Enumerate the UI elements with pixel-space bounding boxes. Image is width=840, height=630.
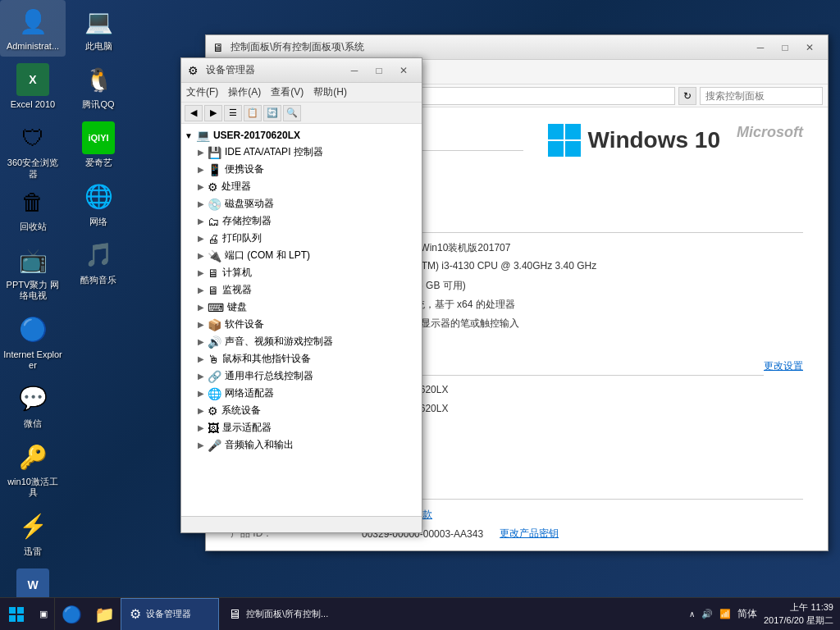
- taskbar-devmgr[interactable]: ⚙ 设备管理器: [121, 598, 219, 631]
- desktop-icon-thunder[interactable]: ⚡ 迅雷: [0, 505, 66, 562]
- pinned-ie[interactable]: 🔵: [55, 598, 88, 631]
- devmgr-statusbar: [181, 516, 422, 532]
- tree-item-keyboard[interactable]: ▶ ⌨ 键盘: [185, 299, 418, 316]
- tb-update[interactable]: 🔄: [263, 105, 281, 121]
- devmgr-toolbar: ◀ ▶ ☰ 📋 🔄 🔍: [181, 103, 422, 124]
- tb-back[interactable]: ◀: [185, 105, 203, 121]
- desktop: 👤 Administrat... X Excel 2010 🛡 360安全浏览器…: [0, 0, 840, 630]
- desktop-icon-recycle[interactable]: 🗑 回收站: [0, 180, 66, 237]
- system-tray: ∧ 🔊 📶 简体 上午 11:39 2017/6/20 星期二: [682, 598, 840, 631]
- pinned-icons: 🔵 📁: [55, 598, 121, 631]
- tb-show-all[interactable]: ☰: [224, 105, 242, 121]
- devmgr-icon: ⚙: [188, 64, 201, 77]
- svg-rect-2: [9, 615, 16, 622]
- windows-logo-text: Windows 10: [587, 127, 720, 153]
- tree-root[interactable]: ▼ 💻 USER-20170620LX: [185, 127, 418, 144]
- tree-item-audio[interactable]: ▶ 🎤 音频输入和输出: [185, 436, 418, 454]
- change-product-link[interactable]: 更改产品密钥: [500, 527, 559, 541]
- minimize-button[interactable]: ─: [749, 39, 772, 57]
- device-manager-window: ⚙ 设备管理器 ─ □ ✕ 文件(F) 操作(A) 查看(V) 帮助(H) ◀ …: [180, 57, 422, 533]
- tree-item-processor[interactable]: ▶ ⚙ 处理器: [185, 178, 418, 195]
- devmgr-maximize[interactable]: □: [368, 62, 390, 80]
- tree-item-display[interactable]: ▶ 🖼 显示适配器: [185, 419, 418, 436]
- search-input[interactable]: [700, 87, 823, 105]
- device-tree[interactable]: ▼ 💻 USER-20170620LX ▶ 💾 IDE ATA/ATAPI 控制…: [181, 124, 422, 516]
- taskbar: ▣ 🔵 📁 ⚙ 设备管理器 🖥 控制面板\所有控制... ∧ 🔊 📶 简体 上午…: [0, 597, 840, 630]
- tray-lang[interactable]: 简体: [737, 607, 757, 621]
- desktop-icon-win10activation[interactable]: 🔑 win10激活工具: [0, 436, 66, 503]
- desktop-icon-pptv[interactable]: 📺 PPTV聚力 网络电视: [0, 239, 66, 306]
- tree-item-port[interactable]: ▶ 🔌 端口 (COM 和 LPT): [185, 247, 418, 264]
- devmgr-task-label: 设备管理器: [146, 608, 191, 620]
- microsoft-logo: Microsoft: [737, 124, 803, 141]
- refresh-button[interactable]: ↻: [678, 87, 696, 105]
- maximize-button[interactable]: □: [774, 39, 797, 57]
- close-button[interactable]: ✕: [798, 39, 821, 57]
- tree-item-computer[interactable]: ▶ 🖥 计算机: [185, 264, 418, 281]
- tray-network[interactable]: 📶: [719, 609, 731, 619]
- desktop-icon-weixin[interactable]: 💬 微信: [0, 377, 66, 434]
- taskbar-clock[interactable]: 上午 11:39 2017/6/20 星期二: [764, 601, 833, 627]
- tree-item-sound[interactable]: ▶ 🔊 声音、视频和游戏控制器: [185, 333, 418, 350]
- desktop-icon-ie[interactable]: 🔵 Internet Explorer: [0, 308, 66, 376]
- tree-item-network[interactable]: ▶ 🌐 网络适配器: [185, 385, 418, 402]
- tray-volume[interactable]: 🔊: [701, 609, 713, 619]
- tb-forward[interactable]: ▶: [204, 105, 222, 121]
- desktop-icon-excel[interactable]: X Excel 2010: [0, 58, 66, 115]
- system-window-icon: 🖥: [212, 41, 226, 54]
- taskbar-controlpanel[interactable]: 🖥 控制面板\所有控制...: [219, 598, 337, 631]
- menu-help[interactable]: 帮助(H): [313, 85, 347, 99]
- devmgr-controls: ─ □ ✕: [343, 62, 415, 80]
- tree-item-disk[interactable]: ▶ 💿 磁盘驱动器: [185, 195, 418, 212]
- computer-name: USER-20170620LX: [213, 130, 300, 141]
- tree-item-system[interactable]: ▶ ⚙ 系统设备: [185, 402, 418, 419]
- windows-logo: Windows 10: [548, 124, 720, 157]
- desktop-icon-qq[interactable]: 🐧 腾讯QQ: [66, 58, 131, 115]
- devmgr-task-icon: ⚙: [130, 606, 141, 622]
- tray-expand[interactable]: ∧: [689, 609, 695, 619]
- menu-view[interactable]: 查看(V): [271, 85, 304, 99]
- devmgr-menubar: 文件(F) 操作(A) 查看(V) 帮助(H): [181, 83, 422, 103]
- desktop-icon-administrator[interactable]: 👤 Administrat...: [0, 0, 66, 57]
- change-settings-link[interactable]: 更改设置: [764, 359, 803, 373]
- desktop-icon-kugo[interactable]: 🎵 酷狗音乐: [66, 234, 131, 290]
- window-controls: ─ □ ✕: [749, 39, 821, 57]
- task-view-button[interactable]: ▣: [33, 598, 55, 631]
- tree-item-usb[interactable]: ▶ 🔗 通用串行总线控制器: [185, 368, 418, 385]
- start-button[interactable]: [0, 598, 33, 631]
- tree-item-mouse[interactable]: ▶ 🖱 鼠标和其他指针设备: [185, 350, 418, 368]
- sys-task-icon: 🖥: [228, 607, 241, 622]
- system-window-title: 控制面板\所有控制面板项\系统: [231, 40, 749, 54]
- desktop-icon-360[interactable]: 🛡 360安全浏览器: [0, 116, 66, 184]
- svg-rect-3: [17, 615, 24, 622]
- devmgr-title: 设备管理器: [206, 63, 343, 77]
- tb-scan[interactable]: 🔍: [283, 105, 301, 121]
- tree-item-monitor[interactable]: ▶ 🖥 监视器: [185, 281, 418, 299]
- sys-task-label: 控制面板\所有控制...: [246, 608, 328, 620]
- tree-item-storage[interactable]: ▶ 🗂 存储控制器: [185, 212, 418, 230]
- devmgr-titlebar[interactable]: ⚙ 设备管理器 ─ □ ✕: [181, 58, 422, 83]
- devmgr-close[interactable]: ✕: [392, 62, 415, 80]
- desktop-icon-iqiyi[interactable]: iQIYI 爱奇艺: [66, 116, 131, 173]
- menu-file[interactable]: 文件(F): [186, 85, 218, 99]
- svg-rect-0: [9, 607, 16, 614]
- tree-item-ide[interactable]: ▶ 💾 IDE ATA/ATAPI 控制器: [185, 144, 418, 161]
- pinned-explorer[interactable]: 📁: [88, 598, 121, 631]
- desktop-icon-mycomputer[interactable]: 💻 此电脑: [66, 0, 131, 57]
- svg-rect-1: [17, 607, 24, 614]
- tree-item-print[interactable]: ▶ 🖨 打印队列: [185, 230, 418, 247]
- tree-item-portable[interactable]: ▶ 📱 便携设备: [185, 161, 418, 178]
- tb-prop[interactable]: 📋: [244, 105, 262, 121]
- system-window-titlebar[interactable]: 🖥 控制面板\所有控制面板项\系统 ─ □ ✕: [206, 35, 828, 60]
- desktop-icon-network[interactable]: 🌐 网络: [66, 176, 131, 232]
- tree-item-software[interactable]: ▶ 📦 软件设备: [185, 316, 418, 333]
- devmgr-minimize[interactable]: ─: [343, 62, 366, 80]
- menu-action[interactable]: 操作(A): [228, 85, 261, 99]
